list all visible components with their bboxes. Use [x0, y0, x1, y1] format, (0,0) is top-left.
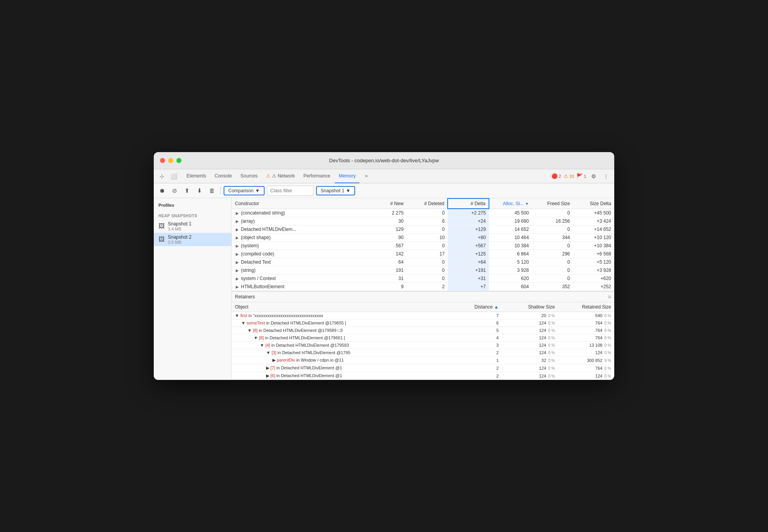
freed-size-cell: 16 256 — [532, 217, 573, 225]
traffic-lights — [160, 158, 181, 163]
expand-icon[interactable]: ▶ — [235, 285, 240, 289]
settings-icon-btn[interactable]: ⚙ — [588, 171, 599, 181]
table-row[interactable]: ▶ (string) 191 0 +191 3 928 0 +3 928 — [232, 266, 614, 275]
new-cell: 90 — [366, 234, 407, 242]
constructor-cell: ▶ (compiled code) — [232, 250, 366, 258]
retainer-expand-icon[interactable]: ▶ — [266, 373, 269, 378]
comparison-chevron-icon: ▼ — [255, 188, 260, 193]
table-row[interactable]: ▶ Detached HTMLDivElem... 129 0 +129 14 … — [232, 225, 614, 234]
col-new[interactable]: # New — [366, 199, 407, 209]
retainer-shallow-cell: 32 0 % — [502, 356, 558, 364]
table-row[interactable]: ▶ HTMLButtonElement 9 2 +7 604 352 +252 — [232, 283, 614, 291]
col-size-delta[interactable]: Size Delta — [573, 199, 614, 209]
more-options-icon-btn[interactable]: ⋮ — [601, 171, 611, 181]
size-delta-cell: +10 120 — [573, 234, 614, 242]
table-row[interactable]: ▶ (array) 30 6 +24 19 680 16 256 +3 424 — [232, 217, 614, 225]
retainer-row[interactable]: ▶[7] in Detached HTMLDivElement @1 2 124… — [232, 364, 614, 372]
retainer-expand-icon[interactable]: ▼ — [260, 343, 264, 348]
clear-btn[interactable]: ⊘ — [169, 186, 180, 196]
col-freed-size[interactable]: Freed Size — [532, 199, 573, 209]
table-row[interactable]: ▶ (system) 567 0 +567 10 384 0 +10 384 — [232, 242, 614, 250]
col-deleted[interactable]: # Deleted — [407, 199, 448, 209]
retainer-row[interactable]: ▶[6] in Detached HTMLDivElement @1 2 124… — [232, 372, 614, 380]
snapshot-2-size: 3.5 MB — [168, 240, 227, 245]
comparison-dropdown[interactable]: Comparison ▼ — [224, 186, 265, 195]
sidebar-snapshot-2[interactable]: 🖼 Snapshot 2 3.5 MB — [154, 233, 231, 246]
retainer-expand-icon[interactable]: ▼ — [241, 321, 245, 325]
tab-console[interactable]: Console — [211, 169, 236, 183]
expand-icon[interactable]: ▶ — [235, 244, 240, 248]
maximize-button[interactable] — [176, 158, 181, 163]
cursor-icon-btn[interactable]: ⊹ — [157, 171, 167, 181]
deleted-cell: 17 — [407, 250, 448, 258]
constructor-cell: ▶ (object shape) — [232, 234, 366, 242]
close-button[interactable] — [160, 158, 165, 163]
retainer-expand-icon[interactable]: ▼ — [247, 328, 252, 333]
minimize-button[interactable] — [168, 158, 173, 163]
tab-elements[interactable]: Elements — [183, 169, 210, 183]
expand-icon[interactable]: ▶ — [235, 268, 240, 273]
retainer-row[interactable]: ▼[4] in Detached HTMLDivElement @179593 … — [232, 342, 614, 349]
tab-performance[interactable]: Performance — [299, 169, 334, 183]
retainer-retained-cell: 764 0 % — [558, 334, 614, 342]
table-row[interactable]: ▶ Detached Text 64 0 +64 5 120 0 +5 120 — [232, 258, 614, 266]
download-btn[interactable]: ⬇ — [194, 186, 204, 196]
ret-col-object[interactable]: Object — [232, 302, 457, 312]
info-badge: 🚩 1 — [576, 173, 586, 179]
record-btn[interactable]: ⏺ — [157, 186, 167, 196]
delta-cell: +191 — [448, 266, 489, 275]
constructor-cell: ▶ (system) — [232, 242, 366, 250]
retainer-key: [4] — [265, 343, 270, 348]
retainer-row[interactable]: ▼someText in Detached HTMLDivElement @17… — [232, 319, 614, 327]
retainer-row[interactable]: ▼first in "xxxxxxxxxxxxxxxxxxxxxxxxxxxxx… — [232, 312, 614, 319]
class-filter-input[interactable] — [267, 186, 314, 196]
ret-col-shallow[interactable]: Shallow Size — [502, 302, 558, 312]
retainer-expand-icon[interactable]: ▼ — [266, 350, 270, 355]
sidebar-snapshot-1[interactable]: 🖼 Snapshot 1 3.4 MB — [154, 220, 231, 233]
col-delta[interactable]: # Delta — [448, 199, 489, 209]
retainer-rest: in Detached HTMLDivElement @1795 — [276, 350, 350, 355]
collect-btn[interactable]: 🗑 — [207, 186, 217, 196]
retainer-retained-cell: 764 0 % — [558, 364, 614, 372]
upload-btn[interactable]: ⬆ — [182, 186, 192, 196]
deleted-cell: 2 — [407, 283, 448, 291]
table-row[interactable]: ▶ (concatenated string) 2 275 0 +2 275 4… — [232, 209, 614, 217]
expand-icon[interactable]: ▶ — [235, 252, 240, 256]
expand-icon[interactable]: ▶ — [235, 227, 240, 232]
retainer-expand-icon[interactable]: ▶ — [272, 358, 276, 362]
ret-col-distance[interactable]: Distance ▲ — [457, 302, 501, 312]
retainer-expand-icon[interactable]: ▼ — [254, 335, 258, 340]
snapshot-dropdown[interactable]: Snapshot 1 ▼ — [316, 186, 356, 195]
retainer-expand-icon[interactable]: ▼ — [235, 313, 239, 318]
retainer-expand-icon[interactable]: ▶ — [266, 365, 269, 370]
freed-size-cell: 0 — [532, 258, 573, 266]
snapshot-2-name: Snapshot 2 — [168, 234, 227, 240]
tab-memory[interactable]: Memory — [335, 169, 359, 183]
col-constructor[interactable]: Constructor — [232, 199, 366, 209]
retainer-rest: in Detached HTMLDivElement @1 — [275, 365, 342, 370]
retainer-row[interactable]: ▼[8] in Detached HTMLDivElement @179589 … — [232, 327, 614, 334]
retainer-row[interactable]: ▶parentDiv in Window / cdpn.io @11 1 32 … — [232, 356, 614, 364]
freed-size-cell: 0 — [532, 242, 573, 250]
device-icon-btn[interactable]: ⬜ — [169, 171, 179, 181]
deleted-cell: 10 — [407, 234, 448, 242]
retainers-scroll-handle[interactable]: ≡ — [608, 294, 611, 300]
retainer-row[interactable]: ▼[8] in Detached HTMLDivElement @179661 … — [232, 334, 614, 342]
new-cell: 567 — [366, 242, 407, 250]
expand-icon[interactable]: ▶ — [235, 260, 240, 264]
expand-icon[interactable]: ▶ — [235, 236, 240, 240]
table-row[interactable]: ▶ (object shape) 90 10 +80 10 464 344 +1… — [232, 234, 614, 242]
tab-sources[interactable]: Sources — [236, 169, 261, 183]
expand-icon[interactable]: ▶ — [235, 219, 240, 223]
constructor-cell: ▶ Detached Text — [232, 258, 366, 266]
expand-icon[interactable]: ▶ — [235, 211, 240, 215]
retainer-row[interactable]: ▼[3] in Detached HTMLDivElement @1795 2 … — [232, 349, 614, 356]
tab-more[interactable]: » — [361, 169, 372, 183]
col-alloc-size[interactable]: Alloc. Si... ▼ — [489, 199, 532, 209]
expand-icon[interactable]: ▶ — [235, 277, 240, 281]
table-row[interactable]: ▶ (compiled code) 142 17 +125 6 864 296 … — [232, 250, 614, 258]
ret-col-retained[interactable]: Retained Size — [558, 302, 614, 312]
tab-network[interactable]: ⚠ ⚠ Network — [262, 169, 299, 183]
snapshot-2-info: Snapshot 2 3.5 MB — [168, 234, 227, 245]
table-row[interactable]: ▶ system / Context 31 0 +31 620 0 +620 — [232, 275, 614, 283]
